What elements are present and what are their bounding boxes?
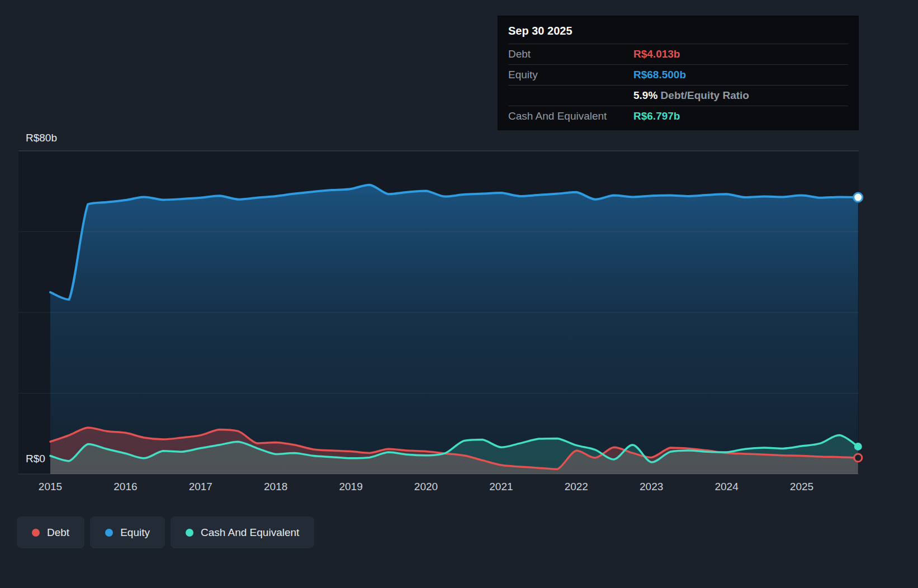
y-axis-label-zero: R$0 bbox=[26, 453, 45, 465]
legend-debt-label: Debt bbox=[47, 527, 69, 539]
tooltip-date: Sep 30 2025 bbox=[508, 16, 848, 44]
tooltip-cash-label: Cash And Equivalent bbox=[508, 110, 633, 122]
tooltip-debt-value: R$4.013b bbox=[633, 48, 680, 60]
y-axis-label-max: R$80b bbox=[26, 132, 57, 144]
cash-dot-icon bbox=[186, 529, 193, 537]
debt-equity-history-chart: R$80b R$0 201520162017201820192020202120… bbox=[0, 0, 918, 588]
tooltip-row-equity: Equity R$68.500b bbox=[508, 64, 848, 85]
tooltip-ratio-text: 5.9% Debt/Equity Ratio bbox=[633, 89, 749, 102]
area-equity bbox=[50, 185, 858, 474]
x-tick-label: 2020 bbox=[408, 481, 444, 493]
tooltip-debt-label: Debt bbox=[508, 48, 633, 60]
x-tick-label: 2019 bbox=[333, 481, 369, 493]
tooltip-equity-label: Equity bbox=[508, 69, 633, 81]
legend-item-cash[interactable]: Cash And Equivalent bbox=[171, 516, 314, 548]
x-tick-label: 2017 bbox=[183, 481, 219, 493]
legend-item-equity[interactable]: Equity bbox=[90, 516, 165, 548]
x-tick-label: 2024 bbox=[709, 481, 745, 493]
x-tick-label: 2025 bbox=[784, 481, 820, 493]
tooltip-row-ratio: 5.9% Debt/Equity Ratio bbox=[508, 85, 848, 106]
debt-endpoint-marker[interactable] bbox=[854, 454, 862, 462]
x-tick-label: 2023 bbox=[633, 481, 669, 493]
tooltip-equity-value: R$68.500b bbox=[633, 69, 686, 81]
tooltip-ratio-value: 5.9% bbox=[633, 89, 657, 101]
legend: Debt Equity Cash And Equivalent bbox=[17, 516, 314, 548]
x-tick-label: 2021 bbox=[483, 481, 519, 493]
legend-cash-label: Cash And Equivalent bbox=[201, 527, 299, 539]
equity-endpoint-marker[interactable] bbox=[854, 193, 863, 202]
x-tick-label: 2018 bbox=[258, 481, 294, 493]
legend-equity-label: Equity bbox=[120, 527, 150, 539]
debt-dot-icon bbox=[32, 529, 40, 537]
legend-item-debt[interactable]: Debt bbox=[17, 516, 84, 548]
equity-dot-icon bbox=[105, 529, 113, 537]
x-tick-label: 2022 bbox=[559, 481, 594, 493]
tooltip-cash-value: R$6.797b bbox=[633, 110, 680, 122]
x-tick-label: 2016 bbox=[107, 481, 143, 493]
tooltip-row-cash: Cash And Equivalent R$6.797b bbox=[508, 106, 848, 126]
data-tooltip: Sep 30 2025 Debt R$4.013b Equity R$68.50… bbox=[498, 16, 859, 130]
tooltip-ratio-label: Debt/Equity Ratio bbox=[661, 89, 749, 101]
tooltip-row-debt: Debt R$4.013b bbox=[508, 44, 848, 64]
cash-endpoint-marker[interactable] bbox=[854, 443, 862, 451]
x-tick-label: 2015 bbox=[32, 481, 68, 493]
